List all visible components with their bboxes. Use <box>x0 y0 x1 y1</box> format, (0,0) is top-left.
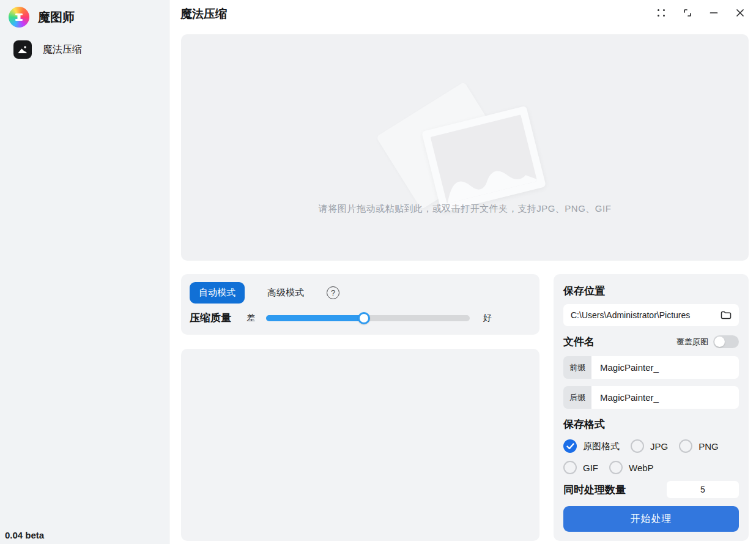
radio-unchecked-icon <box>563 461 577 474</box>
suffix-row: 后缀 <box>563 386 739 409</box>
concurrency-label: 同时处理数量 <box>563 483 626 497</box>
quality-slider-thumb[interactable] <box>358 312 370 324</box>
dropzone-hint: 请将图片拖动或粘贴到此，或双击打开文件夹，支持JPG、PNG、GIF <box>181 203 749 215</box>
minimize-icon[interactable] <box>708 7 720 19</box>
quality-min-label: 差 <box>246 313 266 324</box>
format-radio-row-2: GIF WebP <box>563 461 739 474</box>
app-name: 魔图师 <box>38 9 75 26</box>
save-location-title: 保存位置 <box>563 284 739 298</box>
quality-slider[interactable] <box>266 312 470 324</box>
radio-original-format[interactable]: 原图格式 <box>563 439 620 453</box>
sidebar-header: 魔图师 <box>0 0 169 29</box>
quality-row: 压缩质量 差 好 <box>190 311 531 325</box>
app-logo-icon <box>9 7 29 28</box>
image-icon <box>13 40 32 59</box>
main-area: 魔法压缩 <box>169 0 756 544</box>
fullscreen-icon[interactable] <box>681 7 694 19</box>
radio-gif[interactable]: GIF <box>563 461 598 474</box>
prefix-input[interactable] <box>591 356 739 379</box>
quality-label: 压缩质量 <box>190 311 246 325</box>
overwrite-label: 覆盖原图 <box>676 337 708 348</box>
save-settings-panel: 保存位置 文件名 覆盖原图 前缀 <box>554 274 749 541</box>
window-controls <box>655 7 746 19</box>
image-dropzone[interactable]: 请将图片拖动或粘贴到此，或双击打开文件夹，支持JPG、PNG、GIF <box>181 34 749 261</box>
radio-webp[interactable]: WebP <box>609 461 654 474</box>
radio-label: GIF <box>583 463 598 473</box>
radio-label: PNG <box>699 441 719 452</box>
titlebar: 魔法压缩 <box>169 0 756 28</box>
radio-png[interactable]: PNG <box>679 439 719 453</box>
overwrite-toggle[interactable] <box>713 335 739 348</box>
toggle-knob <box>714 337 725 347</box>
prefix-chip: 前缀 <box>563 356 591 379</box>
radio-checked-icon <box>563 439 577 453</box>
photos-watermark-icon <box>401 106 529 211</box>
radio-label: JPG <box>650 441 668 452</box>
mode-tabs: 自动模式 高级模式 ? <box>190 282 531 304</box>
sidebar-item-magic-compress[interactable]: 魔法压缩 <box>13 40 169 59</box>
radio-unchecked-icon <box>631 439 644 453</box>
mode-panel: 自动模式 高级模式 ? 压缩质量 差 好 <box>181 274 539 335</box>
radio-jpg[interactable]: JPG <box>631 439 668 453</box>
results-panel <box>181 349 539 541</box>
prefix-row: 前缀 <box>563 356 739 379</box>
close-icon[interactable] <box>734 7 746 19</box>
help-icon[interactable]: ? <box>327 286 339 299</box>
check-icon <box>566 443 574 450</box>
start-processing-button[interactable]: 开始处理 <box>563 506 739 532</box>
app-window: 魔图师 魔法压缩 0.04 beta 魔法压缩 <box>0 0 756 544</box>
radio-label: 原图格式 <box>583 441 620 452</box>
quality-max-label: 好 <box>483 313 492 324</box>
tab-advanced-mode[interactable]: 高级模式 <box>258 282 313 304</box>
concurrency-input[interactable] <box>667 481 739 498</box>
folder-icon[interactable] <box>719 308 733 322</box>
quality-slider-fill <box>266 315 364 321</box>
filename-row: 文件名 覆盖原图 <box>563 335 739 349</box>
radio-label: WebP <box>629 463 654 473</box>
layout-dots-icon[interactable] <box>655 7 667 19</box>
sidebar: 魔图师 魔法压缩 0.04 beta <box>0 0 169 544</box>
filename-title: 文件名 <box>563 335 595 349</box>
radio-unchecked-icon <box>679 439 692 453</box>
page-title: 魔法压缩 <box>180 6 227 22</box>
suffix-chip: 后缀 <box>563 386 591 409</box>
suffix-input[interactable] <box>591 386 739 409</box>
format-radio-row-1: 原图格式 JPG PNG <box>563 439 739 453</box>
tab-auto-mode[interactable]: 自动模式 <box>190 282 245 304</box>
save-location-field[interactable] <box>563 304 739 326</box>
sidebar-item-label: 魔法压缩 <box>43 43 82 56</box>
save-location-input[interactable] <box>571 310 719 320</box>
version-text: 0.04 beta <box>5 530 44 540</box>
radio-unchecked-icon <box>609 461 623 474</box>
concurrency-row: 同时处理数量 <box>563 481 739 498</box>
save-format-title: 保存格式 <box>563 417 739 431</box>
